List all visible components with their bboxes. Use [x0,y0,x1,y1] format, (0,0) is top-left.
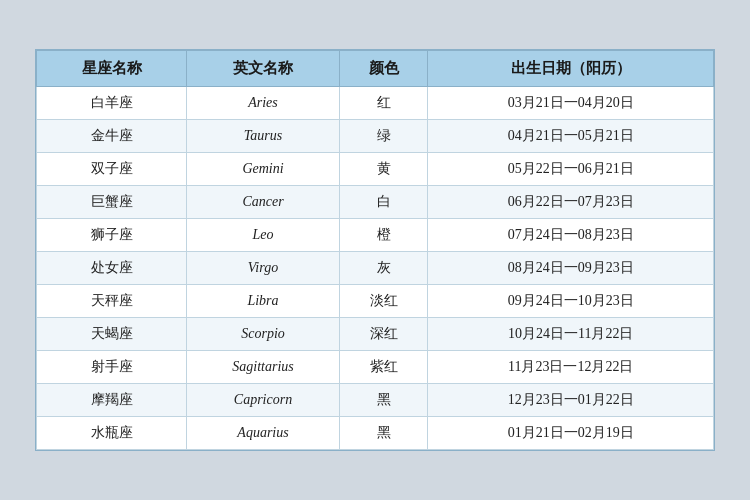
cell-english-name: Aries [187,87,340,120]
header-dates: 出生日期（阳历） [428,51,714,87]
cell-chinese-name: 金牛座 [37,120,187,153]
header-chinese-name: 星座名称 [37,51,187,87]
cell-chinese-name: 巨蟹座 [37,186,187,219]
cell-chinese-name: 处女座 [37,252,187,285]
table-row: 金牛座Taurus绿04月21日一05月21日 [37,120,714,153]
cell-chinese-name: 天秤座 [37,285,187,318]
cell-color: 深红 [340,318,428,351]
cell-dates: 10月24日一11月22日 [428,318,714,351]
cell-color: 橙 [340,219,428,252]
cell-color: 黑 [340,384,428,417]
cell-color: 白 [340,186,428,219]
cell-dates: 12月23日一01月22日 [428,384,714,417]
cell-color: 红 [340,87,428,120]
cell-chinese-name: 狮子座 [37,219,187,252]
cell-english-name: Scorpio [187,318,340,351]
cell-english-name: Libra [187,285,340,318]
cell-color: 淡红 [340,285,428,318]
cell-dates: 07月24日一08月23日 [428,219,714,252]
cell-color: 黑 [340,417,428,450]
table-row: 白羊座Aries红03月21日一04月20日 [37,87,714,120]
cell-dates: 04月21日一05月21日 [428,120,714,153]
cell-english-name: Taurus [187,120,340,153]
zodiac-table-wrapper: 星座名称 英文名称 颜色 出生日期（阳历） 白羊座Aries红03月21日一04… [35,49,715,451]
table-row: 水瓶座Aquarius黑01月21日一02月19日 [37,417,714,450]
cell-chinese-name: 白羊座 [37,87,187,120]
cell-dates: 11月23日一12月22日 [428,351,714,384]
table-row: 天蝎座Scorpio深红10月24日一11月22日 [37,318,714,351]
cell-chinese-name: 天蝎座 [37,318,187,351]
header-english-name: 英文名称 [187,51,340,87]
table-row: 巨蟹座Cancer白06月22日一07月23日 [37,186,714,219]
cell-english-name: Virgo [187,252,340,285]
cell-dates: 03月21日一04月20日 [428,87,714,120]
cell-chinese-name: 射手座 [37,351,187,384]
zodiac-table: 星座名称 英文名称 颜色 出生日期（阳历） 白羊座Aries红03月21日一04… [36,50,714,450]
cell-color: 黄 [340,153,428,186]
table-row: 射手座Sagittarius紫红11月23日一12月22日 [37,351,714,384]
cell-dates: 05月22日一06月21日 [428,153,714,186]
table-row: 狮子座Leo橙07月24日一08月23日 [37,219,714,252]
header-color: 颜色 [340,51,428,87]
cell-english-name: Leo [187,219,340,252]
table-row: 天秤座Libra淡红09月24日一10月23日 [37,285,714,318]
table-body: 白羊座Aries红03月21日一04月20日金牛座Taurus绿04月21日一0… [37,87,714,450]
cell-dates: 09月24日一10月23日 [428,285,714,318]
table-row: 双子座Gemini黄05月22日一06月21日 [37,153,714,186]
cell-english-name: Cancer [187,186,340,219]
cell-color: 绿 [340,120,428,153]
cell-color: 灰 [340,252,428,285]
table-header-row: 星座名称 英文名称 颜色 出生日期（阳历） [37,51,714,87]
cell-english-name: Gemini [187,153,340,186]
table-row: 处女座Virgo灰08月24日一09月23日 [37,252,714,285]
cell-english-name: Aquarius [187,417,340,450]
cell-dates: 08月24日一09月23日 [428,252,714,285]
cell-chinese-name: 摩羯座 [37,384,187,417]
cell-color: 紫红 [340,351,428,384]
cell-dates: 01月21日一02月19日 [428,417,714,450]
cell-chinese-name: 水瓶座 [37,417,187,450]
cell-dates: 06月22日一07月23日 [428,186,714,219]
cell-english-name: Sagittarius [187,351,340,384]
cell-chinese-name: 双子座 [37,153,187,186]
cell-english-name: Capricorn [187,384,340,417]
table-row: 摩羯座Capricorn黑12月23日一01月22日 [37,384,714,417]
